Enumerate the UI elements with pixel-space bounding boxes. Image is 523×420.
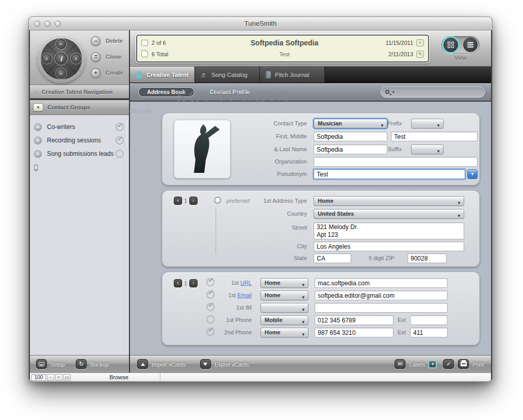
check-options-button[interactable]: ✓ — [443, 359, 454, 369]
add-group-button[interactable]: + — [34, 164, 38, 171]
phone1-input[interactable] — [315, 315, 394, 325]
subtab-contact-profile[interactable]: Contact Profile — [210, 89, 250, 95]
group-item-label: Song submissions leads — [47, 150, 116, 157]
first-name-input[interactable] — [314, 132, 387, 141]
guitarist-silhouette — [174, 120, 230, 178]
phone2-type-dropdown[interactable]: Home — [260, 328, 308, 337]
mode-selector[interactable]: Browse — [78, 373, 160, 381]
state-input[interactable] — [314, 253, 351, 263]
layout-toggle-icon[interactable]: ▭ — [63, 374, 71, 381]
chevron-down-icon: › — [57, 73, 66, 75]
backup-label: Backup — [90, 361, 108, 367]
tab-pitch-journal[interactable]: Pitch Journal — [260, 67, 325, 83]
create-record-icon[interactable]: + — [91, 68, 101, 78]
tab-creative-talent[interactable]: Creative Talent — [130, 67, 195, 83]
url-link[interactable]: URL — [240, 280, 252, 286]
nav-next-button[interactable]: › — [71, 54, 81, 63]
minimize-window-button[interactable] — [44, 21, 51, 27]
contact-photo[interactable] — [174, 120, 231, 179]
remove-group-icon[interactable]: – — [34, 123, 42, 131]
street-input[interactable]: 321 Melody Dr. Apt 123 — [314, 222, 464, 239]
nav-down-button[interactable]: › — [56, 69, 66, 78]
setup-button[interactable]: Setup — [36, 359, 64, 369]
preferred-radio[interactable] — [214, 197, 221, 204]
url-row-label: 1st URL — [231, 280, 252, 286]
url-input[interactable] — [315, 278, 448, 288]
tab-song-catalog[interactable]: ♬ Song Catalog — [195, 67, 260, 83]
phone1-preferred-check[interactable] — [206, 315, 215, 324]
search-field[interactable]: ▼ — [381, 87, 485, 98]
subtab-address-book[interactable]: Address Book — [138, 87, 194, 97]
url-type-dropdown[interactable]: Home — [260, 278, 308, 288]
phone2-input[interactable] — [315, 328, 394, 337]
close-window-button[interactable] — [34, 21, 40, 27]
nav-previous-button[interactable]: ‹ — [42, 54, 52, 63]
print-button[interactable]: Print — [458, 359, 484, 369]
methods-prev-button[interactable]: ‹ — [174, 279, 182, 287]
contact-groups-disclose-button[interactable]: ▼ — [33, 103, 43, 111]
last-name-input[interactable] — [314, 144, 387, 154]
sidebar-scrollbar[interactable] — [125, 119, 128, 150]
address-prev-button[interactable]: ‹ — [174, 197, 182, 205]
country-dropdown[interactable]: United States — [314, 209, 464, 219]
contact-methods-panel: ‹ 1 › 1st URL Home — [162, 272, 480, 345]
zip-input[interactable] — [407, 253, 447, 263]
prefix-dropdown[interactable] — [411, 119, 444, 128]
edit-date-icon[interactable]: ✎ — [416, 51, 424, 58]
city-input[interactable] — [314, 241, 464, 251]
phone2-ext-input[interactable] — [410, 328, 448, 337]
search-input[interactable] — [395, 89, 480, 95]
app-window: TuneSmith SOFTPEDIA www.softpedia.com ‹ … — [28, 17, 493, 382]
zoom-in-button[interactable]: + — [55, 374, 62, 381]
group-checked-icon[interactable] — [116, 123, 124, 131]
export-vcards-button[interactable]: Export vCards — [200, 359, 249, 369]
remove-group-icon[interactable]: – — [34, 137, 42, 144]
phone1-type-dropdown[interactable]: Mobile — [260, 315, 308, 325]
phone1-ext-input[interactable] — [410, 315, 448, 325]
suffix-dropdown[interactable] — [411, 144, 444, 154]
pseudonym-input[interactable] — [314, 169, 465, 179]
delete-record-icon[interactable]: – — [91, 36, 101, 46]
zoom-window-button[interactable] — [55, 21, 61, 27]
im-input[interactable] — [315, 303, 448, 313]
add-date-icon[interactable]: + — [416, 39, 424, 46]
labels-dropdown-button[interactable]: ▼ — [428, 360, 437, 368]
remove-group-icon[interactable]: – — [34, 150, 42, 158]
email-preferred-check[interactable] — [206, 290, 215, 299]
im-type-dropdown[interactable] — [260, 303, 308, 313]
sidebar-nav-header[interactable]: △ Creative Talent Navigation — [30, 85, 129, 99]
import-vcards-button[interactable]: Import vCards — [137, 359, 186, 369]
zoom-level-box[interactable]: 100 — [31, 374, 46, 381]
nav-up-button[interactable]: ‹ — [56, 39, 66, 49]
address-type-dropdown[interactable]: Home — [314, 196, 464, 206]
email-input[interactable] — [315, 290, 448, 300]
music-note-icon: ♬ — [200, 71, 207, 78]
group-item-recording-sessions[interactable]: – Recording sessions — [30, 134, 129, 147]
nav-info-button[interactable]: i — [55, 53, 67, 64]
group-unchecked-icon[interactable] — [116, 150, 124, 158]
clone-record-icon[interactable]: = — [91, 52, 101, 62]
email-type-dropdown[interactable]: Home — [260, 290, 308, 300]
list-view-button[interactable] — [463, 38, 478, 52]
pseudonym-dropdown-button[interactable]: ▼ — [467, 169, 478, 179]
zoom-out-button[interactable]: − — [47, 374, 54, 381]
group-item-co-writers[interactable]: – Co-writers — [30, 120, 129, 134]
middle-name-input[interactable] — [391, 132, 478, 141]
methods-next-button[interactable]: › — [189, 279, 198, 287]
search-options-caret-icon[interactable]: ▼ — [391, 90, 395, 94]
organization-input[interactable] — [314, 157, 478, 167]
im-preferred-check[interactable] — [206, 303, 215, 311]
setup-label: Setup — [51, 361, 64, 367]
backup-button[interactable]: ↻ Backup — [76, 359, 108, 369]
create-record-label: Create — [106, 70, 123, 76]
contact-type-dropdown[interactable]: Musician — [314, 119, 387, 128]
street-label: Street — [292, 224, 307, 231]
group-item-song-submissions-leads[interactable]: – Song submissions leads — [30, 147, 129, 160]
grid-view-button[interactable] — [444, 38, 458, 52]
group-checked-icon[interactable] — [116, 136, 124, 144]
url-preferred-check[interactable] — [206, 278, 215, 286]
email-link[interactable]: Email — [237, 292, 252, 298]
labels-button[interactable]: ✉ Labels ▼ — [395, 359, 437, 369]
address-next-button[interactable]: › — [189, 197, 198, 205]
phone2-preferred-check[interactable] — [206, 328, 215, 336]
